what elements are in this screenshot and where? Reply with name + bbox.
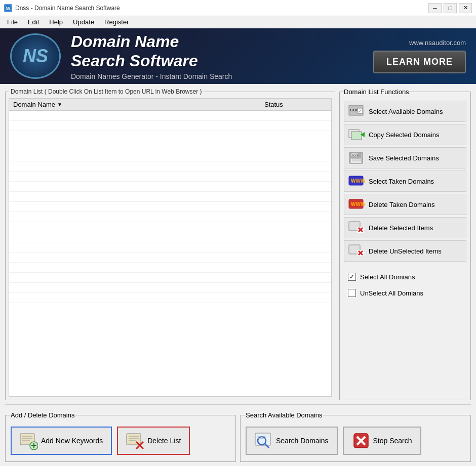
select-available-button[interactable]: COM. ✓ Select Available Domains [344,101,466,122]
copy-selected-label: Copy Selected Domains [369,131,439,139]
banner-text: Domain Name Search Software Domain Names… [71,32,373,81]
maximize-button[interactable]: □ [444,3,457,13]
delete-unselected-label: Delete UnSelected Items [369,247,442,255]
add-delete-legend: Add / Delete Domains [11,411,74,419]
table-row [9,212,331,222]
delete-selected-label: Delete Selected Items [369,224,433,232]
stop-search-icon [352,432,370,450]
save-selected-button[interactable]: SAVE Save Selected Domains [344,147,466,168]
domain-list-legend: Domain List ( Double Click On List Item … [9,88,204,95]
separator [5,404,471,407]
unselect-all-checkbox[interactable]: UnSelect All Domians [344,286,466,300]
bottom-section: Add / Delete Domains Add New Keywords [5,411,471,462]
svg-text:SAVE: SAVE [352,153,359,156]
add-keywords-label: Add New Keywords [41,437,103,445]
banner: NS Domain Name Search Software Domain Na… [0,28,476,84]
svg-rect-7 [351,132,362,140]
svg-text:WWW: WWW [351,201,365,207]
delete-taken-button[interactable]: WWW Delete Taken Domains [344,194,466,215]
www-green-icon: WWW [348,174,365,188]
banner-right: www.nsauditor.com LEARN MORE [373,39,466,73]
svg-text:W: W [6,6,11,11]
table-row [9,161,331,172]
table-row [9,111,331,121]
table-row [9,252,331,263]
banner-url: www.nsauditor.com [409,39,466,47]
stop-search-button[interactable]: Stop Search [343,427,421,455]
copy-selected-button[interactable]: Copy Selected Domains [344,124,466,145]
search-panel: Search Available Domains Search Domains [240,411,471,462]
com-icon: COM. ✓ [348,104,365,118]
delete-list-icon [126,432,144,450]
title-bar: W Dnss - Domain Name Search Software ─ □… [0,0,476,16]
menu-edit[interactable]: Edit [23,17,44,27]
minimize-button[interactable]: ─ [428,3,442,13]
www-red-icon: WWW [348,197,365,211]
delete-list-label: Delete List [147,437,181,445]
table-row [9,263,331,273]
delete-unselected-icon [348,244,365,258]
domain-table-body [9,111,332,397]
save-icon: SAVE [348,151,365,165]
col-domain-header[interactable]: Domain Name ▼ [9,99,260,110]
learn-more-button[interactable]: LEARN MORE [373,51,466,73]
app-icon: W [4,4,12,12]
search-domains-icon [255,432,273,450]
table-row [9,121,331,131]
table-row [9,182,331,192]
search-legend: Search Available Domains [246,411,323,419]
table-row [9,192,331,202]
select-taken-label: Select Taken Domains [369,178,434,185]
functions-panel: Domain List Functions COM. ✓ Select Avai… [339,88,471,400]
save-selected-label: Save Selected Domains [369,154,439,162]
table-row [9,232,331,242]
unselect-all-checkbox-icon [348,289,356,297]
select-all-checkbox-icon: ✓ [348,273,356,281]
banner-subtitle: Domain Names Generator - Instant Domain … [71,72,373,80]
stop-search-label: Stop Search [373,437,412,445]
sort-arrow-icon: ▼ [57,102,62,107]
table-header: Domain Name ▼ Status [9,98,332,111]
table-row [9,283,331,293]
spacer [344,264,466,268]
table-row [9,202,331,212]
select-all-checkbox[interactable]: ✓ Select All Domians [344,270,466,284]
table-row [9,222,331,232]
menu-bar: File Edit Help Update Register [0,16,476,28]
select-available-label: Select Available Domains [369,108,443,115]
add-keywords-icon [20,432,38,450]
delete-list-button[interactable]: Delete List [117,427,190,455]
delete-selected-icon [348,221,365,235]
banner-title: Domain Name Search Software [71,32,373,71]
menu-file[interactable]: File [2,17,23,27]
table-row [9,293,331,303]
delete-unselected-button[interactable]: Delete UnSelected Items [344,240,466,262]
svg-text:✓: ✓ [358,109,362,114]
banner-logo: NS [10,33,61,79]
svg-text:WWW: WWW [351,178,365,184]
unselect-all-label: UnSelect All Domians [360,289,423,297]
menu-help[interactable]: Help [44,17,68,27]
table-row [9,303,331,313]
window-title: Dnss - Domain Name Search Software [15,5,120,12]
menu-register[interactable]: Register [99,17,134,27]
functions-legend: Domain List Functions [344,88,409,96]
select-all-label: Select All Domians [360,273,415,281]
add-keywords-button[interactable]: Add New Keywords [11,427,112,455]
search-domains-button[interactable]: Search Domains [246,427,338,455]
select-taken-button[interactable]: WWW Select Taken Domains [344,171,466,192]
table-row [9,131,331,141]
table-row [9,141,331,151]
search-domains-label: Search Domains [276,437,329,445]
delete-taken-label: Delete Taken Domains [369,201,435,208]
window-controls: ─ □ ✕ [428,3,472,13]
table-row [9,172,331,182]
add-delete-panel: Add / Delete Domains Add New Keywords [5,411,236,462]
table-row [9,242,331,252]
delete-selected-button[interactable]: Delete Selected Items [344,217,466,238]
close-button[interactable]: ✕ [459,3,472,13]
table-row [9,273,331,283]
col-status-header: Status [260,99,331,110]
menu-update[interactable]: Update [68,17,99,27]
domain-list-panel: Domain List ( Double Click On List Item … [5,88,335,400]
